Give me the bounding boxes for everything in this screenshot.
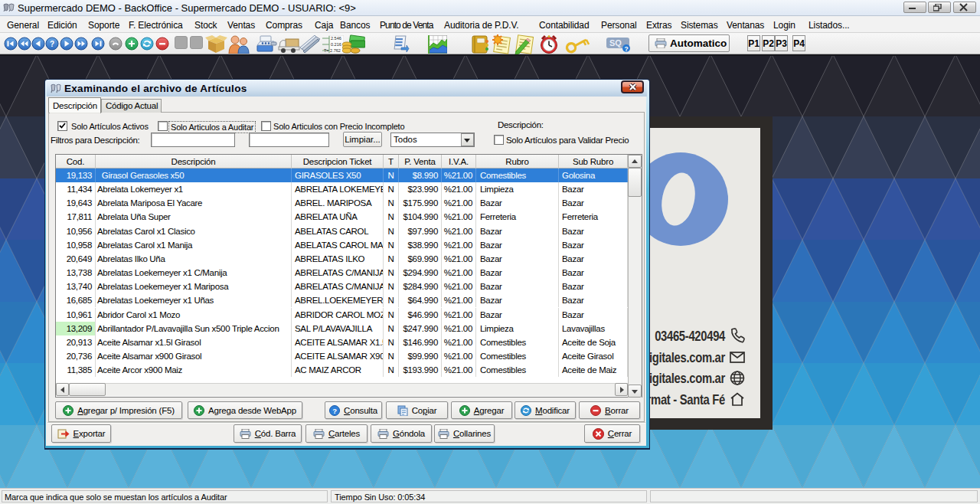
svg-text:2.546: 2.546 [331,36,341,41]
svg-text:?: ? [332,406,337,414]
svg-text:?: ? [50,40,54,48]
svg-text:SQ: SQ [609,38,622,47]
svg-text:T= 2.762: T= 2.762 [324,48,341,53]
svg-text:0.216: 0.216 [331,42,341,47]
svg-text:?: ? [624,45,628,53]
